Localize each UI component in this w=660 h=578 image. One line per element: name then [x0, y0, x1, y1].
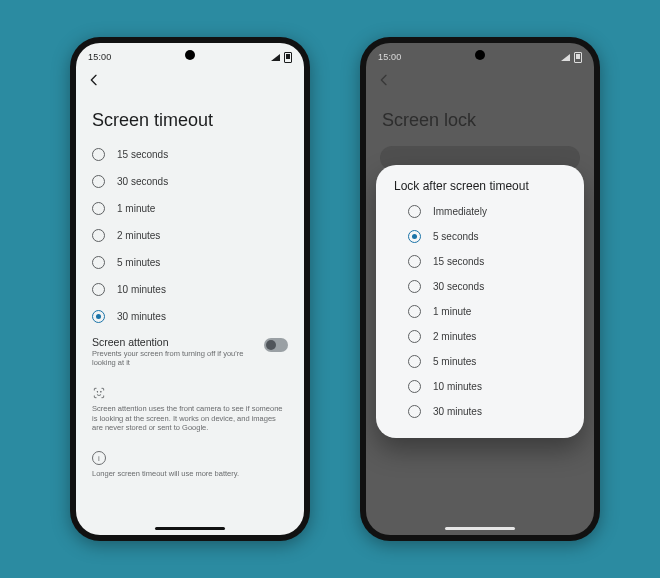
radio-icon[interactable]: [408, 305, 421, 318]
timeout-options-list: 15 seconds30 seconds1 minute2 minutes5 m…: [76, 141, 304, 330]
timeout-option[interactable]: 30 seconds: [90, 168, 294, 195]
timeout-option-label: 30 minutes: [117, 311, 166, 322]
dialog-title: Lock after screen timeout: [394, 179, 570, 193]
screen-attention-toggle[interactable]: [264, 338, 288, 352]
lock-option[interactable]: 10 minutes: [404, 374, 564, 399]
page-title: Screen lock: [366, 92, 594, 141]
radio-icon[interactable]: [92, 202, 105, 215]
lock-option[interactable]: 1 minute: [404, 299, 564, 324]
battery-icon: [284, 52, 292, 63]
timeout-option[interactable]: 1 minute: [90, 195, 294, 222]
radio-icon[interactable]: [92, 256, 105, 269]
battery-icon: [574, 52, 582, 63]
lock-options-list: Immediately5 seconds15 seconds30 seconds…: [390, 199, 574, 424]
radio-icon[interactable]: [408, 280, 421, 293]
radio-icon[interactable]: [92, 175, 105, 188]
back-button[interactable]: [82, 68, 106, 92]
timeout-option[interactable]: 5 minutes: [90, 249, 294, 276]
lock-option-label: 2 minutes: [433, 331, 476, 342]
timeout-option-label: 1 minute: [117, 203, 155, 214]
radio-icon[interactable]: [408, 380, 421, 393]
radio-icon[interactable]: [408, 330, 421, 343]
lock-option[interactable]: 5 minutes: [404, 349, 564, 374]
radio-icon[interactable]: [408, 405, 421, 418]
back-button: [372, 68, 396, 92]
face-icon: [92, 386, 106, 400]
svg-point-1: [100, 391, 101, 392]
lock-option-label: 1 minute: [433, 306, 471, 317]
radio-icon[interactable]: [408, 255, 421, 268]
lock-option-label: 5 minutes: [433, 356, 476, 367]
radio-icon[interactable]: [408, 205, 421, 218]
lock-after-timeout-dialog: Lock after screen timeout Immediately5 s…: [376, 165, 584, 438]
info-icon: i: [92, 451, 106, 465]
lock-option-label: 5 seconds: [433, 231, 479, 242]
lock-option[interactable]: Immediately: [404, 199, 564, 224]
radio-icon[interactable]: [408, 355, 421, 368]
timeout-option[interactable]: 15 seconds: [90, 141, 294, 168]
radio-icon[interactable]: [92, 148, 105, 161]
radio-icon[interactable]: [92, 229, 105, 242]
timeout-option[interactable]: 2 minutes: [90, 222, 294, 249]
screen-attention-title: Screen attention: [92, 336, 256, 348]
camera-cutout: [475, 50, 485, 60]
timeout-option-label: 15 seconds: [117, 149, 168, 160]
lock-option[interactable]: 2 minutes: [404, 324, 564, 349]
nav-handle[interactable]: [155, 527, 225, 530]
timeout-option-label: 2 minutes: [117, 230, 160, 241]
radio-icon[interactable]: [408, 230, 421, 243]
page-title: Screen timeout: [76, 92, 304, 141]
lock-option[interactable]: 30 minutes: [404, 399, 564, 424]
nav-handle[interactable]: [445, 527, 515, 530]
lock-option-label: 10 minutes: [433, 381, 482, 392]
screen-attention-row[interactable]: Screen attention Prevents your screen fr…: [92, 336, 288, 368]
lock-option[interactable]: 5 seconds: [404, 224, 564, 249]
lock-option[interactable]: 30 seconds: [404, 274, 564, 299]
status-time: 15:00: [378, 52, 402, 62]
status-time: 15:00: [88, 52, 112, 62]
lock-option-label: 30 seconds: [433, 281, 484, 292]
screen-attention-info: Screen attention uses the front camera t…: [92, 404, 288, 433]
lock-option-label: Immediately: [433, 206, 487, 217]
timeout-option-label: 10 minutes: [117, 284, 166, 295]
signal-icon: [561, 54, 570, 61]
lock-option[interactable]: 15 seconds: [404, 249, 564, 274]
screen-attention-subtitle: Prevents your screen from turning off if…: [92, 349, 256, 368]
battery-info: Longer screen timeout will use more batt…: [92, 469, 288, 479]
radio-icon[interactable]: [92, 310, 105, 323]
signal-icon: [271, 54, 280, 61]
phone-screen-timeout: 15:00 Screen timeout 15 seconds30 second…: [70, 37, 310, 541]
timeout-option-label: 5 minutes: [117, 257, 160, 268]
timeout-option[interactable]: 10 minutes: [90, 276, 294, 303]
phone-screen-lock: 15:00 Screen lock Lock after screen: [360, 37, 600, 541]
camera-cutout: [185, 50, 195, 60]
timeout-option-label: 30 seconds: [117, 176, 168, 187]
lock-option-label: 30 minutes: [433, 406, 482, 417]
radio-icon[interactable]: [92, 283, 105, 296]
timeout-option[interactable]: 30 minutes: [90, 303, 294, 330]
lock-option-label: 15 seconds: [433, 256, 484, 267]
svg-point-0: [97, 391, 98, 392]
